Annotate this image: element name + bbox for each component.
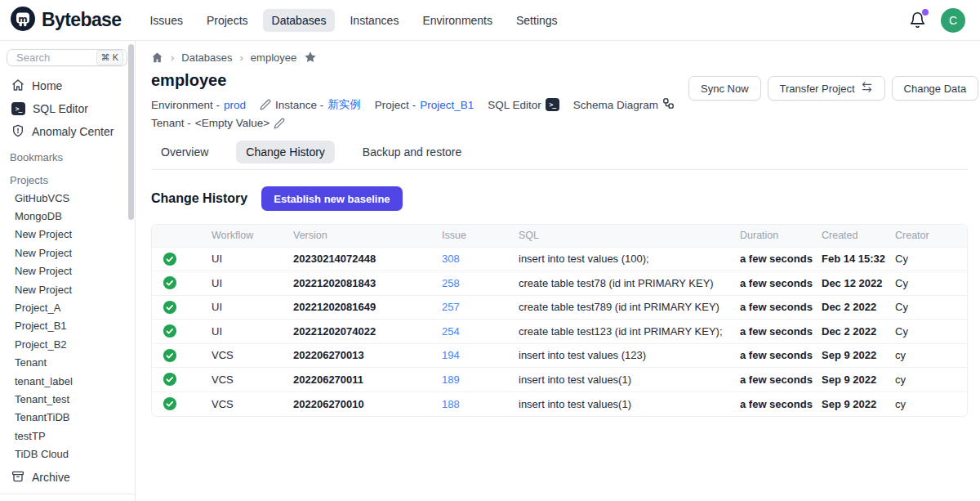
change-data-button[interactable]: Change Data xyxy=(892,76,979,101)
table-row[interactable]: UI 20221202074022 254 create table test1… xyxy=(152,320,967,344)
issue-link[interactable]: 308 xyxy=(442,253,460,265)
change-history-heading: Change History xyxy=(151,191,247,206)
sidebar-item-label: SQL Editor xyxy=(33,102,88,115)
breadcrumb: › Databases › employee xyxy=(151,51,968,64)
breadcrumb-home-icon[interactable] xyxy=(151,51,163,64)
sql-editor-link[interactable]: SQL Editor >_ xyxy=(488,98,559,111)
cell-duration: a few seconds xyxy=(740,343,822,368)
issue-link[interactable]: 189 xyxy=(442,374,460,386)
search-input[interactable] xyxy=(15,51,85,65)
column-header-issue: Issue xyxy=(442,225,519,247)
top-navbar: m Bytebase Issues Projects Databases Ins… xyxy=(0,0,980,41)
issue-link[interactable]: 188 xyxy=(442,398,460,410)
sidebar-item-home[interactable]: Home xyxy=(0,74,135,97)
cell-creator: Cy xyxy=(895,271,967,296)
table-row[interactable]: UI 20221202081843 258 create table test7… xyxy=(152,271,967,296)
user-avatar[interactable]: C xyxy=(941,8,965,33)
status-column-header xyxy=(152,225,212,247)
issue-link[interactable]: 254 xyxy=(442,325,460,338)
sidebar-item-anomaly-center[interactable]: Anomaly Center xyxy=(0,120,135,143)
cell-workflow: VCS xyxy=(212,368,293,392)
nav-item-instances[interactable]: Instances xyxy=(341,9,408,32)
notifications-bell-icon[interactable] xyxy=(909,11,927,29)
issue-link[interactable]: 194 xyxy=(442,349,460,361)
sidebar-project-item[interactable]: Tenant_test xyxy=(0,390,135,408)
breadcrumb-current: employee xyxy=(251,51,296,64)
sidebar-item-label: Home xyxy=(32,79,62,92)
project-label: Project - xyxy=(375,99,416,111)
sidebar-project-item[interactable]: GitHubVCS xyxy=(0,189,135,207)
breadcrumb-databases[interactable]: Databases xyxy=(181,51,232,64)
archive-icon xyxy=(11,470,24,485)
table-row[interactable]: UI 20221202081649 257 create table test7… xyxy=(152,295,967,320)
cell-created: Sep 9 2022 xyxy=(822,391,895,416)
project-link[interactable]: Project_B1 xyxy=(420,99,474,111)
search-box: ⌘ K xyxy=(7,49,127,66)
change-history-table: Workflow Version Issue SQL Duration Crea… xyxy=(151,224,968,417)
sidebar-project-item[interactable]: New Project xyxy=(0,262,135,280)
cell-created: Dec 12 2022 xyxy=(822,271,895,296)
sidebar: ⌘ K Home >_ SQL Editor Anomaly Center Bo… xyxy=(0,41,136,501)
nav-item-projects[interactable]: Projects xyxy=(198,9,257,32)
cell-creator: cy xyxy=(895,368,967,392)
cell-duration: a few seconds xyxy=(740,320,822,344)
issue-link[interactable]: 257 xyxy=(442,301,460,313)
cell-workflow: UI xyxy=(212,295,293,320)
nav-item-environments[interactable]: Environments xyxy=(413,9,501,32)
environment-label: Environment - xyxy=(151,99,220,111)
nav-item-settings[interactable]: Settings xyxy=(507,9,567,32)
sidebar-project-item[interactable]: Tenant xyxy=(0,354,135,372)
nav-item-databases[interactable]: Databases xyxy=(263,9,336,32)
column-header-creator: Creator xyxy=(895,225,967,247)
sidebar-project-item[interactable]: testTP xyxy=(0,427,135,445)
table-row[interactable]: VCS 202206270013 194 insert into test va… xyxy=(152,343,967,368)
transfer-project-button[interactable]: Transfer Project xyxy=(768,76,885,101)
sidebar-project-item[interactable]: New Project xyxy=(0,280,135,298)
page-actions: Sync Now Transfer Project Change Data Al… xyxy=(688,76,980,101)
instance-link[interactable]: 新实例 xyxy=(327,97,361,112)
cell-sql: insert into test values(1) xyxy=(519,368,740,392)
bookmarks-section-label: Bookmarks xyxy=(0,143,135,166)
sidebar-project-item[interactable]: TiDB Cloud xyxy=(0,445,135,463)
issue-link[interactable]: 258 xyxy=(442,277,460,289)
terminal-icon: >_ xyxy=(546,98,559,111)
bytebase-logo[interactable]: m Bytebase xyxy=(10,6,121,34)
sidebar-project-item[interactable]: Project_B1 xyxy=(0,317,135,335)
cell-version: 202206270010 xyxy=(293,391,442,416)
table-row[interactable]: UI 20230214072448 308 insert into test v… xyxy=(152,247,967,271)
column-header-sql: SQL xyxy=(519,225,740,247)
edit-pencil-icon[interactable] xyxy=(274,118,285,129)
sidebar-project-item[interactable]: tenant_label xyxy=(0,372,135,390)
tenant-value: <Empty Value> xyxy=(195,117,270,129)
schema-diagram-link[interactable]: Schema Diagram xyxy=(573,97,675,112)
establish-baseline-button[interactable]: Establish new baseline xyxy=(261,186,402,211)
sidebar-item-archive[interactable]: Archive xyxy=(0,463,135,494)
cell-version: 202206270013 xyxy=(293,343,442,368)
sidebar-project-item[interactable]: New Project xyxy=(0,244,135,262)
tab-backup-and-restore[interactable]: Backup and restore xyxy=(353,141,471,163)
sidebar-project-item[interactable]: MongoDB xyxy=(0,207,135,225)
bookmark-star-icon[interactable] xyxy=(304,51,317,64)
search-shortcut-badge: ⌘ K xyxy=(96,50,123,65)
cell-created: Sep 9 2022 xyxy=(822,343,895,368)
cell-created: Feb 14 15:32 xyxy=(822,247,895,271)
transfer-arrows-icon xyxy=(861,81,873,96)
sidebar-project-item[interactable]: Project_B2 xyxy=(0,335,135,353)
sidebar-project-item[interactable]: New Project xyxy=(0,226,135,244)
table-row[interactable]: VCS 202206270010 188 insert into test va… xyxy=(152,391,967,416)
sidebar-scrollbar[interactable] xyxy=(128,44,134,220)
tab-change-history[interactable]: Change History xyxy=(236,141,335,163)
breadcrumb-separator: › xyxy=(240,51,243,64)
tab-overview[interactable]: Overview xyxy=(151,141,218,163)
success-check-icon xyxy=(163,275,212,290)
environment-link[interactable]: prod xyxy=(224,99,246,111)
column-header-version: Version xyxy=(293,225,442,247)
edit-pen-icon[interactable] xyxy=(260,99,271,110)
page-title: employee xyxy=(151,71,688,90)
table-row[interactable]: VCS 202206270011 189 insert into test va… xyxy=(152,368,967,392)
sidebar-project-item[interactable]: TenantTiDB xyxy=(0,409,135,427)
sidebar-item-sql-editor[interactable]: >_ SQL Editor xyxy=(0,97,135,120)
nav-item-issues[interactable]: Issues xyxy=(140,9,191,32)
sidebar-project-item[interactable]: Project_A xyxy=(0,298,135,316)
sync-now-button[interactable]: Sync Now xyxy=(688,76,761,101)
